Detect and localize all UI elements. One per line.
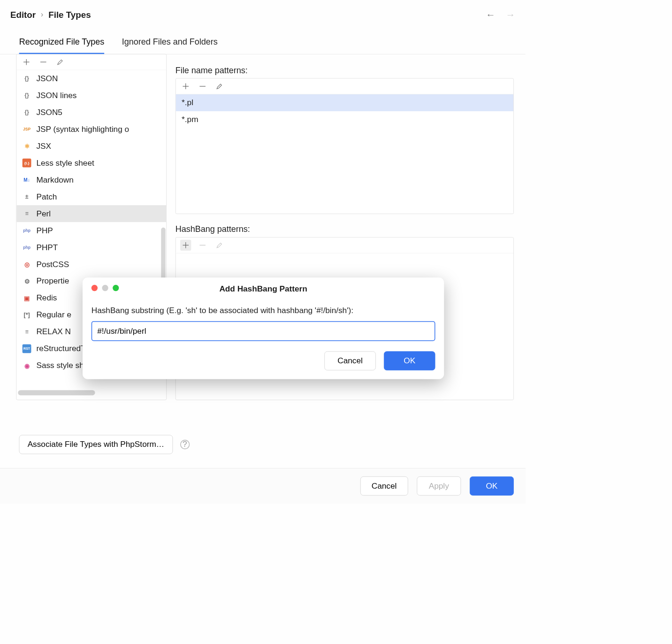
- tab-ignored-files-folders[interactable]: Ignored Files and Folders: [122, 37, 218, 54]
- list-item: M↓Markdown: [16, 171, 166, 188]
- hashbang-substring-label: HashBang substring (E.g. 'sh' to be asso…: [92, 306, 435, 315]
- add-hashbang-pattern-dialog: Add HashBang Pattern HashBang substring …: [83, 277, 444, 379]
- help-icon[interactable]: ?: [180, 440, 190, 449]
- add-icon[interactable]: [180, 240, 191, 251]
- horizontal-scrollbar[interactable]: [18, 390, 95, 395]
- breadcrumb: Editor › File Types: [10, 9, 91, 20]
- list-item: ±Patch: [16, 188, 166, 205]
- apply-button: Apply: [417, 476, 461, 496]
- dialog-cancel-button[interactable]: Cancel: [324, 351, 375, 370]
- breadcrumb-page: File Types: [48, 9, 91, 20]
- chevron-right-icon: ›: [41, 10, 43, 19]
- file-name-patterns-label: File name patterns:: [176, 65, 514, 75]
- list-item: {}JSON5: [16, 104, 166, 121]
- pattern-item[interactable]: *.pm: [176, 111, 513, 128]
- list-item: ⚛JSX: [16, 138, 166, 154]
- edit-icon[interactable]: [215, 82, 223, 90]
- tab-recognized-file-types[interactable]: Recognized File Types: [19, 37, 105, 54]
- add-icon[interactable]: [182, 82, 190, 90]
- remove-icon: [199, 241, 206, 249]
- list-item: {}JSON: [16, 70, 166, 87]
- cancel-button[interactable]: Cancel: [360, 476, 408, 496]
- dialog-title: Add HashBang Pattern: [83, 284, 444, 293]
- list-item: ◎PostCSS: [16, 256, 166, 273]
- hashbang-substring-input[interactable]: [92, 321, 435, 341]
- edit-icon[interactable]: [56, 58, 64, 66]
- dialog-footer: Cancel Apply OK: [0, 468, 526, 504]
- nav-back-icon[interactable]: ←: [486, 9, 495, 20]
- list-item: {}JSON lines: [16, 87, 166, 104]
- ok-button[interactable]: OK: [470, 476, 514, 496]
- remove-icon[interactable]: [199, 82, 206, 90]
- add-icon[interactable]: [23, 58, 31, 66]
- dialog-ok-button[interactable]: OK: [384, 351, 435, 370]
- breadcrumb-root[interactable]: Editor: [10, 9, 36, 20]
- list-item: phpPHP: [16, 222, 166, 239]
- list-item: phpPHPT: [16, 239, 166, 256]
- file-name-patterns-box: *.pl *.pm: [176, 78, 514, 214]
- tabs: Recognized File Types Ignored Files and …: [0, 20, 526, 54]
- remove-icon[interactable]: [39, 58, 47, 66]
- edit-icon: [215, 241, 223, 249]
- list-item: JSPJSP (syntax highlighting o: [16, 121, 166, 138]
- nav-forward-icon: →: [506, 9, 515, 20]
- associate-file-types-button[interactable]: Associate File Types with PhpStorm…: [19, 435, 173, 454]
- pattern-item-selected[interactable]: *.pl: [176, 94, 513, 111]
- list-item-selected: ≡Perl: [16, 205, 166, 222]
- list-item: {L}Less style sheet: [16, 154, 166, 171]
- hashbang-patterns-label: HashBang patterns:: [176, 224, 514, 234]
